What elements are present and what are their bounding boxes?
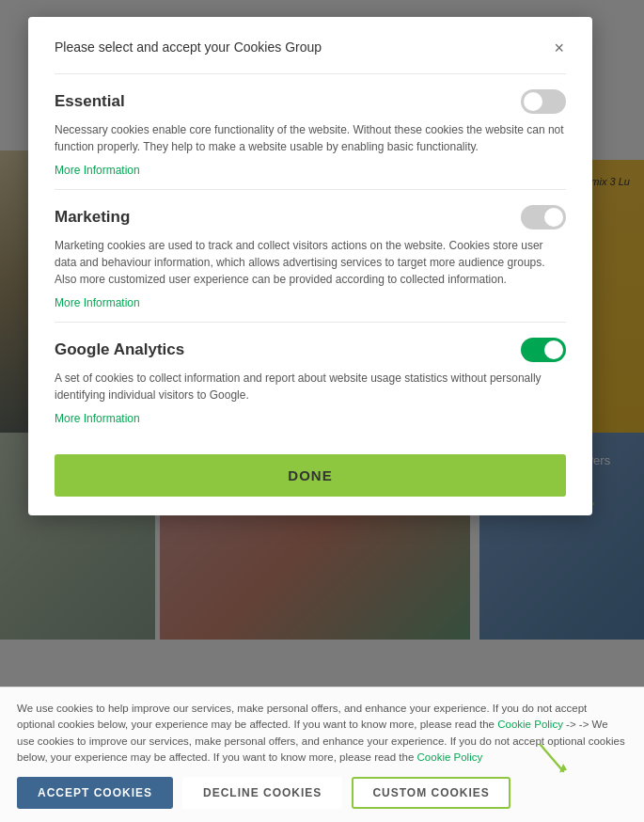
essential-section: Essential Necessary cookies enable core … xyxy=(55,73,566,189)
essential-title: Essential xyxy=(55,92,125,111)
essential-description: Necessary cookies enable core functional… xyxy=(55,121,566,155)
marketing-toggle-slider xyxy=(521,205,566,229)
essential-header: Essential xyxy=(55,89,566,114)
cookie-bar: We use cookies to help improve our servi… xyxy=(0,687,644,822)
svg-line-0 xyxy=(541,745,563,771)
modal-close-button[interactable]: × xyxy=(552,40,566,56)
decline-cookies-button[interactable]: DECLINE COOKIES xyxy=(182,777,342,809)
google-analytics-title: Google Analytics xyxy=(55,340,184,359)
marketing-section: Marketing Marketing cookies are used to … xyxy=(55,189,566,322)
google-analytics-toggle-slider xyxy=(521,338,566,362)
modal-title: Please select and accept your Cookies Gr… xyxy=(55,40,322,55)
cookie-policy-link-2[interactable]: Cookie Policy xyxy=(417,751,483,763)
google-analytics-more-info[interactable]: More Information xyxy=(55,412,140,425)
essential-toggle[interactable] xyxy=(521,89,566,114)
marketing-header: Marketing xyxy=(55,205,566,229)
cookie-policy-link-1[interactable]: Cookie Policy xyxy=(497,719,563,730)
accept-cookies-button[interactable]: ACCEPT COOKIES xyxy=(17,777,173,809)
arrow-svg xyxy=(533,741,571,779)
essential-more-info[interactable]: More Information xyxy=(55,164,140,177)
cookie-modal: Please select and accept your Cookies Gr… xyxy=(28,17,592,515)
done-button[interactable]: DONE xyxy=(55,454,566,497)
cookie-bar-buttons: ACCEPT COOKIES DECLINE COOKIES CUSTOM CO… xyxy=(17,777,627,809)
marketing-more-info[interactable]: More Information xyxy=(55,296,140,309)
cookie-bar-arrow: -> xyxy=(566,719,579,730)
marketing-toggle[interactable] xyxy=(521,205,566,229)
arrow-indicator xyxy=(533,741,571,779)
marketing-title: Marketing xyxy=(55,208,130,227)
google-analytics-description: A set of cookies to collect information … xyxy=(55,370,566,403)
marketing-description: Marketing cookies are used to track and … xyxy=(55,237,566,288)
modal-header: Please select and accept your Cookies Gr… xyxy=(55,40,566,56)
custom-cookies-button[interactable]: CUSTOM COOKIES xyxy=(352,777,510,809)
google-analytics-header: Google Analytics xyxy=(55,338,566,362)
google-analytics-toggle[interactable] xyxy=(521,338,566,362)
essential-toggle-slider xyxy=(521,89,566,114)
google-analytics-section: Google Analytics A set of cookies to col… xyxy=(55,322,566,437)
